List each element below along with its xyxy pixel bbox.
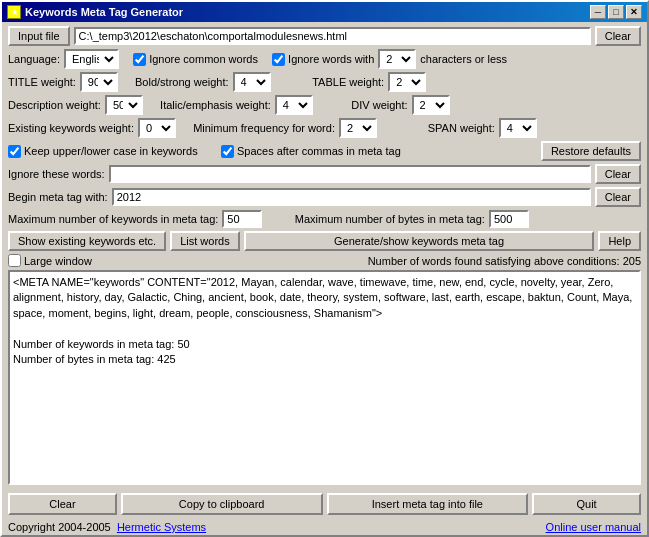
minimize-button[interactable]: ─ [590,5,606,19]
max-bytes-label: Maximum number of bytes in meta tag: [295,213,485,225]
div-weight-label: DIV weight: [351,99,407,111]
generate-button[interactable]: Generate/show keywords meta tag [244,231,595,251]
chars-suffix: characters or less [420,53,507,65]
insert-button[interactable]: Insert meta tag into file [327,493,529,515]
copyright-label: Copyright 2004-2005 [8,521,111,533]
options-row: Keep upper/lower case in keywords Spaces… [8,141,641,161]
bold-weight-label: Bold/strong weight: [135,76,229,88]
desc-weight-select[interactable]: 12105090 [105,95,143,115]
copyright-text: Copyright 2004-2005 Hermetic Systems [8,521,206,533]
weights-row-2: Description weight: 12105090 Italic/emph… [8,95,641,115]
max-keywords-label: Maximum number of keywords in meta tag: [8,213,218,225]
ignore-chars-select[interactable]: 1 2 3 4 5 [378,49,416,69]
weights-row-3: Existing keywords weight: 0123 Minimum f… [8,118,641,138]
ignore-words-row: Ignore these words: Clear [8,164,641,184]
span-weight-select[interactable]: 12345 [499,118,537,138]
existing-weight-label: Existing keywords weight: [8,122,134,134]
language-row: Language: English French German Spanish … [8,49,641,69]
list-words-button[interactable]: List words [170,231,240,251]
language-select[interactable]: English French German Spanish [64,49,119,69]
ignore-chars-label[interactable]: Ignore words with [272,53,374,66]
title-bar-left: ★ Keywords Meta Tag Generator [7,5,183,19]
begin-meta-row: Begin meta tag with: Clear [8,187,641,207]
minfreq-label: Minimum frequency for word: [193,122,335,134]
window-title: Keywords Meta Tag Generator [25,6,183,18]
restore-defaults-button[interactable]: Restore defaults [541,141,641,161]
close-button[interactable]: ✕ [626,5,642,19]
italic-weight-label: Italic/emphasis weight: [160,99,271,111]
max-keywords-input[interactable] [222,210,262,228]
input-file-button[interactable]: Input file [8,26,70,46]
file-path-input[interactable] [74,27,591,45]
help-button[interactable]: Help [598,231,641,251]
input-file-row: Input file Clear [8,26,641,46]
show-existing-button[interactable]: Show existing keywords etc. [8,231,166,251]
keep-case-text: Keep upper/lower case in keywords [24,145,198,157]
large-window-text: Large window [24,255,92,267]
title-weight-select[interactable]: 124105090 [80,72,118,92]
desc-weight-label: Description weight: [8,99,101,111]
max-bytes-input[interactable] [489,210,529,228]
ignore-words-label: Ignore these words: [8,168,105,180]
bottom-buttons-row: Clear Copy to clipboard Insert meta tag … [2,489,647,519]
clear-begin-button[interactable]: Clear [595,187,641,207]
main-window: ★ Keywords Meta Tag Generator ─ □ ✕ Inpu… [0,0,649,537]
begin-meta-input[interactable] [112,188,591,206]
italic-weight-select[interactable]: 12345 [275,95,313,115]
maximize-button[interactable]: □ [608,5,624,19]
clear-ignore-button[interactable]: Clear [595,164,641,184]
div-weight-select[interactable]: 1234 [412,95,450,115]
ignore-chars-text: Ignore words with [288,53,374,65]
language-label: Language: [8,53,60,65]
content-area: Input file Clear Language: English Frenc… [2,22,647,489]
keep-case-checkbox[interactable] [8,145,21,158]
spaces-commas-checkbox[interactable] [221,145,234,158]
ignore-chars-checkbox[interactable] [272,53,285,66]
large-window-label[interactable]: Large window [8,254,92,267]
table-weight-select[interactable]: 1234 [388,72,426,92]
max-row: Maximum number of keywords in meta tag: … [8,210,641,228]
weights-row-1: TITLE weight: 124105090 Bold/strong weig… [8,72,641,92]
clear-filepath-button[interactable]: Clear [595,26,641,46]
output-textarea[interactable]: <META NAME="keywords" CONTENT="2012, May… [8,270,641,485]
spaces-commas-text: Spaces after commas in meta tag [237,145,401,157]
ignore-words-input[interactable] [109,165,591,183]
title-bar-controls: ─ □ ✕ [590,5,642,19]
quit-button[interactable]: Quit [532,493,641,515]
keep-case-label[interactable]: Keep upper/lower case in keywords [8,145,198,158]
clear-button[interactable]: Clear [8,493,117,515]
begin-meta-label: Begin meta tag with: [8,191,108,203]
bold-weight-select[interactable]: 12345 [233,72,271,92]
title-weight-label: TITLE weight: [8,76,76,88]
span-weight-label: SPAN weight: [428,122,495,134]
app-icon: ★ [7,5,21,19]
existing-weight-select[interactable]: 0123 [138,118,176,138]
hermetic-link[interactable]: Hermetic Systems [117,521,206,533]
ignore-common-text: Ignore common words [149,53,258,65]
table-weight-label: TABLE weight: [312,76,384,88]
copy-button[interactable]: Copy to clipboard [121,493,323,515]
status-text: Number of words found satisfying above c… [368,255,641,267]
minfreq-select[interactable]: 1234 [339,118,377,138]
ignore-common-checkbox[interactable] [133,53,146,66]
action-buttons-row: Show existing keywords etc. List words G… [8,231,641,251]
copyright-bar: Copyright 2004-2005 Hermetic Systems Onl… [2,519,647,535]
title-bar: ★ Keywords Meta Tag Generator ─ □ ✕ [2,2,647,22]
user-manual-link[interactable]: Online user manual [546,521,641,533]
spaces-commas-label[interactable]: Spaces after commas in meta tag [221,145,401,158]
large-window-checkbox[interactable] [8,254,21,267]
large-window-row: Large window Number of words found satis… [8,254,641,267]
ignore-common-label[interactable]: Ignore common words [133,53,258,66]
